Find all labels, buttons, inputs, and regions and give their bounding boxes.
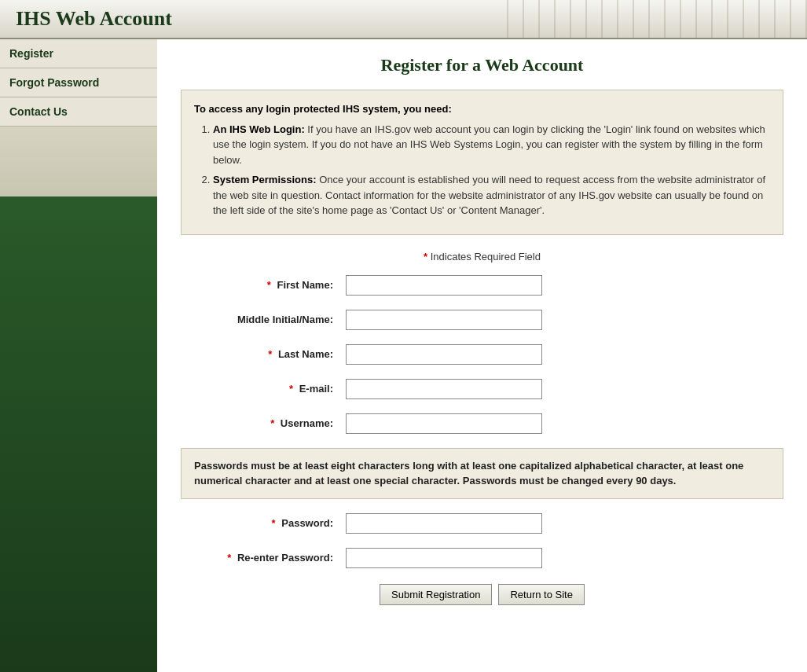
middle-name-row: Middle Initial/Name: — [181, 310, 783, 330]
last-name-input[interactable] — [346, 344, 542, 365]
password-input[interactable] — [346, 513, 542, 534]
email-row: * E-mail: — [181, 379, 783, 399]
email-input[interactable] — [346, 379, 542, 399]
email-label: * E-mail: — [189, 383, 346, 395]
reenter-password-input[interactable] — [346, 548, 542, 568]
reenter-password-row: * Re-enter Password: — [181, 548, 783, 568]
reenter-password-label: * Re-enter Password: — [189, 552, 346, 564]
sidebar-item-contact-us[interactable]: Contact Us — [0, 97, 157, 127]
middle-name-label: Middle Initial/Name: — [189, 314, 346, 325]
main-content: Register for a Web Account To access any… — [157, 39, 807, 672]
button-row: Submit Registration Return to Site — [181, 584, 783, 605]
required-note: * Indicates Required Field — [181, 251, 783, 263]
last-name-row: * Last Name: — [181, 344, 783, 365]
submit-registration-button[interactable]: Submit Registration — [380, 584, 492, 605]
first-name-row: * First Name: — [181, 275, 783, 296]
sidebar: Register Forgot Password Contact Us — [0, 39, 157, 672]
username-label: * Username: — [189, 417, 346, 429]
sidebar-item-register[interactable]: Register — [0, 39, 157, 68]
sidebar-item-forgot-password[interactable]: Forgot Password — [0, 68, 157, 97]
page-title: Register for a Web Account — [181, 55, 783, 75]
info-item-2: System Permissions: Once your account is… — [213, 172, 770, 218]
last-name-label: * Last Name: — [189, 348, 346, 360]
return-to-site-button[interactable]: Return to Site — [498, 584, 585, 605]
middle-name-input[interactable] — [346, 310, 542, 330]
password-info-box: Passwords must be at least eight charact… — [181, 448, 783, 499]
password-row: * Password: — [181, 513, 783, 534]
info-box: To access any login protected IHS system… — [181, 90, 783, 235]
info-item-1: An IHS Web Login: If you have an IHS.gov… — [213, 122, 770, 168]
username-input[interactable] — [346, 413, 542, 434]
site-title: IHS Web Account — [16, 7, 172, 31]
header: IHS Web Account — [0, 0, 807, 39]
info-intro: To access any login protected IHS system… — [194, 101, 770, 117]
username-row: * Username: — [181, 413, 783, 434]
first-name-input[interactable] — [346, 275, 542, 296]
first-name-label: * First Name: — [189, 279, 346, 291]
password-label: * Password: — [189, 517, 346, 529]
